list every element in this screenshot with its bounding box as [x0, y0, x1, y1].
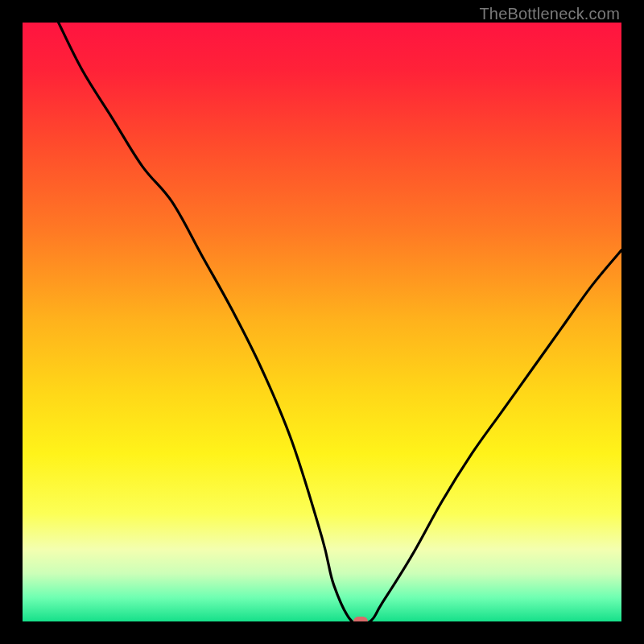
bottleneck-curve — [23, 23, 621, 621]
optimal-point-marker — [353, 617, 368, 621]
plot-area — [23, 23, 621, 621]
chart-frame: { "watermark": "TheBottleneck.com", "col… — [0, 0, 644, 644]
watermark-text: TheBottleneck.com — [479, 5, 620, 23]
